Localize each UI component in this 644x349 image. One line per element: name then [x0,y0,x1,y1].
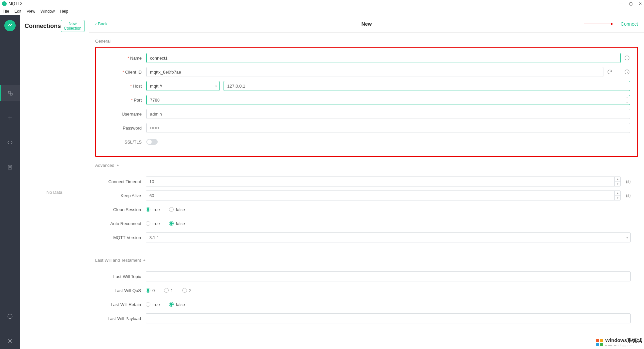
svg-point-4 [9,340,11,342]
general-section-header: General [95,39,638,44]
svg-rect-1 [10,93,12,95]
close-icon[interactable]: ✕ [639,1,642,6]
caret-up-icon [143,259,146,261]
app-logo-icon [2,1,7,6]
host-label: *Host [103,84,146,89]
lastwill-payload-input[interactable] [146,313,631,323]
rail-log-icon[interactable] [0,159,20,175]
svg-rect-0 [8,91,10,93]
rail-connections-icon[interactable] [0,85,20,101]
watermark: Windows系统城 www.wxcLgg.com [596,337,642,347]
username-label: Username [103,112,146,117]
rail-scripts-icon[interactable] [0,135,20,151]
timeout-input[interactable] [146,176,621,186]
clock-icon[interactable] [624,69,630,75]
username-input[interactable] [146,109,630,119]
timeout-label: Connect Timeout [102,179,146,184]
top-bar: ‹ Back New Connect [89,15,644,33]
caret-up-icon [116,165,119,166]
lastwill-payload-label: Last-Will Payload [102,316,146,321]
window-title: MQTTX [9,1,23,6]
menu-file[interactable]: File [3,9,9,14]
ssltls-toggle[interactable] [146,139,158,145]
rail-settings-icon[interactable] [0,333,20,349]
port-input[interactable] [146,95,630,105]
keepalive-input[interactable] [146,190,621,200]
back-label: Back [98,21,107,26]
menu-bar: File Edit View Window Help [0,7,644,15]
lastwill-qos-0[interactable]: 0 [146,288,155,293]
info-icon[interactable] [624,55,630,61]
minimize-icon[interactable]: — [619,1,623,6]
refresh-icon[interactable] [607,69,613,75]
main-area: Connections New Collection No Data ‹ Bac… [0,15,644,349]
svg-rect-2 [8,165,12,169]
lastwill-section: Last-Will Topic Last-Will QoS 0 1 2 Last… [95,266,638,333]
rail-info-icon[interactable] [0,308,20,324]
side-panel-empty: No Data [20,35,89,349]
chevron-left-icon: ‹ [95,21,96,26]
lastwill-qos-1[interactable]: 1 [164,288,173,293]
connections-title: Connections [25,23,61,30]
lastwill-retain-true[interactable]: true [146,302,160,307]
password-input[interactable] [146,123,630,133]
keepalive-unit: (s) [626,193,631,198]
maximize-icon[interactable]: ▢ [629,1,633,6]
port-stepper[interactable]: ▴▾ [624,95,630,105]
content-area: ‹ Back New Connect General *Name *Client… [89,15,644,349]
clean-session-label: Clean Session [102,207,146,212]
name-label: *Name [103,56,146,61]
clean-session-true[interactable]: true [146,207,160,212]
side-panel-header: Connections New Collection [20,15,89,35]
watermark-sub: www.wxcLgg.com [605,344,642,347]
menu-view[interactable]: View [27,9,35,14]
watermark-text: Windows系统城 [605,337,642,344]
rail-plus-icon[interactable] [0,110,20,126]
port-label: *Port [103,98,146,103]
watermark-logo-icon [596,339,603,346]
host-scheme-select[interactable] [146,81,220,91]
timeout-stepper[interactable]: ▴▾ [614,177,620,186]
lastwill-topic-input[interactable] [146,271,631,281]
menu-window[interactable]: Window [41,9,55,14]
auto-reconnect-false[interactable]: false [169,221,185,226]
ssltls-label: SSL/TLS [103,140,146,145]
mqtt-version-select[interactable] [146,232,631,242]
lastwill-retain-false[interactable]: false [169,302,185,307]
auto-reconnect-true[interactable]: true [146,221,160,226]
clientid-label: *Client ID [103,70,146,75]
lastwill-qos-label: Last-Will QoS [102,288,146,293]
clientid-input[interactable] [146,67,603,77]
window-title-bar: MQTTX — ▢ ✕ [0,0,644,7]
lastwill-qos-2[interactable]: 2 [182,288,191,293]
rail-app-logo[interactable] [4,20,16,31]
lastwill-topic-label: Last-Will Topic [102,274,146,279]
back-button[interactable]: ‹ Back [95,21,107,26]
lastwill-section-header[interactable]: Last Will and Testament [95,258,638,263]
host-input[interactable] [224,81,630,91]
left-rail [0,15,20,349]
keepalive-label: Keep Alive [102,193,146,198]
lastwill-retain-label: Last-Will Retain [102,302,146,307]
advanced-section-header[interactable]: Advanced [95,163,638,168]
new-collection-button[interactable]: New Collection [61,20,84,32]
window-controls: — ▢ ✕ [619,1,642,6]
timeout-unit: (s) [626,179,631,184]
annotation-arrow [584,24,611,24]
menu-edit[interactable]: Edit [14,9,21,14]
side-panel: Connections New Collection No Data [20,15,89,349]
general-section-highlight-box: *Name *Client ID *Host [95,47,638,157]
advanced-section: Connect Timeout ▴▾ (s) Keep Alive [95,171,638,252]
keepalive-stepper[interactable]: ▴▾ [614,191,620,200]
page-title: New [362,21,372,27]
auto-reconnect-label: Auto Reconnect [102,221,146,226]
name-input[interactable] [146,53,621,63]
connect-button[interactable]: Connect [621,21,638,27]
mqtt-version-label: MQTT Version [102,235,146,240]
password-label: Password [103,126,146,131]
clean-session-false[interactable]: false [169,207,185,212]
menu-help[interactable]: Help [60,9,69,14]
form-area: General *Name *Client ID [89,33,644,343]
